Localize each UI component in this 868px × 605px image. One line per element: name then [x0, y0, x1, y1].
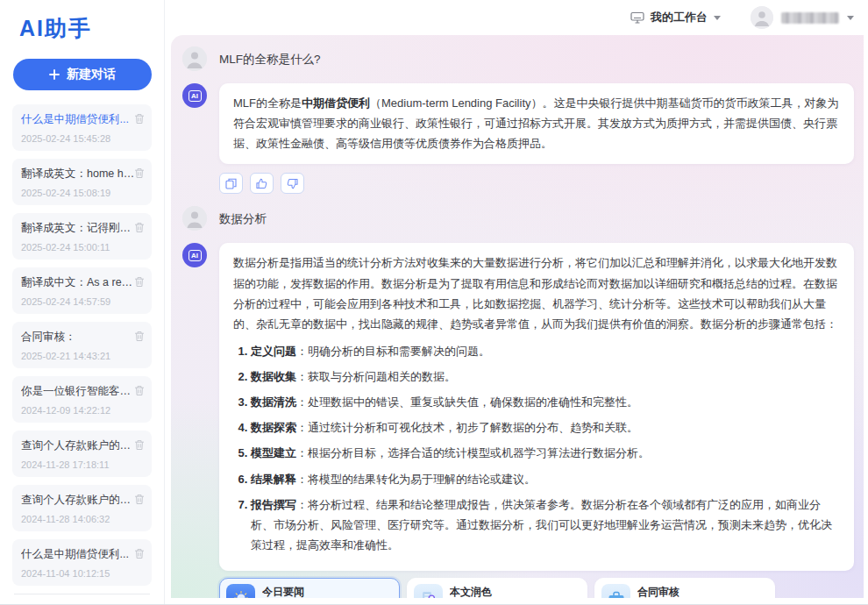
- message-actions: [219, 173, 854, 194]
- card-contract-review[interactable]: 合同审核您可以上传文件，我会有效地进行合同审核，确保合同满足您的业务需求。: [594, 578, 775, 598]
- delete-icon[interactable]: [134, 221, 145, 237]
- history-time: 2025-02-24 14:57:59: [21, 296, 143, 307]
- step-term: 数据收集: [251, 370, 296, 383]
- card-text-polish[interactable]: 本文润色我会帮助您进行您输入的文本润色，提高文本的流畅度和表达效果。: [407, 578, 587, 598]
- ai-avatar-icon: AI: [182, 243, 207, 267]
- username-redacted: [781, 12, 839, 24]
- delete-icon[interactable]: [134, 112, 145, 128]
- step-desc: ：将分析过程、结果和结论整理成报告，供决策者参考。数据分析在各个领域都有广泛的应…: [251, 498, 832, 552]
- ai-message: AI MLF的全称是中期借贷便利（Medium-term Lending Fac…: [182, 83, 854, 164]
- step-item: 数据探索：通过统计分析和可视化技术，初步了解数据的分布、趋势和关联。: [251, 417, 840, 438]
- history-time: 2025-02-24 15:45:28: [21, 133, 143, 144]
- card-title: 今日要闻: [262, 585, 391, 598]
- sidebar-divider: [14, 594, 150, 594]
- thumbs-down-icon: [287, 178, 298, 189]
- history-time: 2024-12-09 14:22:12: [21, 405, 143, 416]
- history-title: 合同审核：: [21, 330, 135, 345]
- history-title: 翻译成英文：记得刚开始...: [21, 221, 135, 236]
- delete-icon[interactable]: [134, 547, 145, 563]
- history-title: 翻译成英文：home home: [21, 167, 135, 182]
- card-today-news[interactable]: 今日要闻您可以问我，例如：今日要闻，我会尽力提供准确和可靠的答案。: [219, 578, 400, 598]
- avatar: [751, 6, 773, 29]
- delete-icon[interactable]: [134, 167, 145, 182]
- step-item: 定义问题：明确分析的目标和需要解决的问题。: [251, 341, 840, 361]
- copy-button[interactable]: [219, 173, 243, 194]
- step-desc: ：获取与分析问题相关的数据。: [296, 370, 456, 383]
- delete-icon[interactable]: [134, 384, 145, 400]
- history-time: 2024-11-28 14:06:32: [21, 514, 143, 524]
- ai-answer-bubble: MLF的全称是中期借贷便利（Medium-term Lending Facili…: [219, 83, 854, 164]
- document-search-icon: [414, 584, 443, 598]
- step-item: 模型建立：根据分析目标，选择合适的统计模型或机器学习算法进行数据分析。: [251, 443, 840, 463]
- history-item[interactable]: 翻译成英文：home home 2025-02-24 15:08:19: [12, 159, 152, 205]
- new-chat-label: 新建对话: [67, 67, 116, 82]
- history-title: 查询个人存款账户的最新...: [21, 493, 135, 508]
- delete-icon[interactable]: [134, 275, 145, 291]
- history-item[interactable]: 合同审核： 2025-02-21 14:43:21: [12, 322, 152, 368]
- history-time: 2025-02-24 15:08:19: [21, 188, 143, 198]
- history-item[interactable]: 什么是中期借贷便利... 2024-11-04 10:12:15: [12, 539, 152, 586]
- user-avatar-icon: [182, 46, 207, 71]
- workspace-menu[interactable]: 我的工作台: [630, 10, 721, 25]
- ai-message: AI 数据分析是指用适当的统计分析方法对收集来的大量数据进行分析，将它们加以汇总…: [182, 243, 854, 571]
- user-question: MLF的全称是什么?: [219, 46, 321, 68]
- history-title: 你是一位银行智能客服，...: [21, 384, 135, 399]
- sidebar: AI助手 新建对话 什么是中期借贷便利... 2025-02-24 15:45:…: [0, 0, 165, 604]
- step-desc: ：将模型的结果转化为易于理解的结论或建议。: [296, 473, 536, 486]
- history-item[interactable]: 查询个人存款账户的最新... 2024-11-28 14:06:32: [12, 485, 152, 531]
- user-avatar-icon: [182, 206, 207, 231]
- workspace-label: 我的工作台: [651, 10, 708, 25]
- user-question: 数据分析: [219, 206, 267, 227]
- user-message: MLF的全称是什么?: [182, 46, 854, 71]
- card-title: 本文润色: [450, 585, 579, 598]
- thumbs-up-button[interactable]: [250, 173, 274, 194]
- step-term: 数据探索: [251, 421, 296, 434]
- step-term: 模型建立: [251, 446, 296, 459]
- step-desc: ：处理数据中的错误、重复或缺失值，确保数据的准确性和完整性。: [296, 395, 638, 409]
- step-term: 数据清洗: [251, 395, 296, 409]
- ai-answer-bubble: 数据分析是指用适当的统计分析方法对收集来的大量数据进行分析，将它们加以汇总和理解…: [219, 243, 854, 571]
- history-item[interactable]: 翻译成中文：As a reader... 2025-02-24 14:57:59: [12, 267, 152, 314]
- app-window: AI助手 新建对话 什么是中期借贷便利... 2025-02-24 15:45:…: [0, 0, 868, 605]
- lightbulb-icon: [226, 584, 255, 598]
- step-desc: ：明确分析的目标和需要解决的问题。: [296, 345, 490, 358]
- history-title: 查询个人存款账户的最新...: [21, 438, 135, 453]
- history-item[interactable]: 什么是中期借贷便利... 2025-02-24 15:45:28: [12, 104, 152, 151]
- user-menu[interactable]: [751, 6, 854, 29]
- history-title: 什么是中期借贷便利...: [21, 547, 135, 562]
- step-desc: ：通过统计分析和可视化技术，初步了解数据的分布、趋势和关联。: [296, 421, 638, 434]
- history-time: 2024-11-04 10:12:15: [21, 568, 143, 579]
- history-item[interactable]: 翻译成英文：记得刚开始... 2025-02-24 15:00:11: [12, 213, 152, 260]
- quick-cards-grid: 今日要闻您可以问我，例如：今日要闻，我会尽力提供准确和可靠的答案。 本文润色我会…: [219, 578, 775, 598]
- thumbs-up-icon: [256, 178, 267, 189]
- user-message: 数据分析: [182, 206, 854, 231]
- step-item: 报告撰写：将分析过程、结果和结论整理成报告，供决策者参考。数据分析在各个领域都有…: [251, 495, 840, 555]
- delete-icon[interactable]: [134, 493, 145, 509]
- step-term: 定义问题: [251, 345, 296, 358]
- ai-avatar-label: AI: [189, 250, 202, 261]
- quick-cards-area: 今日要闻您可以问我，例如：今日要闻，我会尽力提供准确和可靠的答案。 本文润色我会…: [219, 578, 854, 598]
- answer-text: MLF的全称是: [233, 96, 302, 110]
- plus-icon: [49, 69, 60, 80]
- step-term: 结果解释: [251, 473, 296, 486]
- app-logo: AI助手: [19, 14, 152, 43]
- history-time: 2025-02-24 15:00:11: [21, 242, 143, 253]
- chat-area: MLF的全称是什么? AI MLF的全称是中期借贷便利（Medium-term …: [171, 35, 864, 598]
- chevron-down-icon: [847, 16, 854, 20]
- step-desc: ：根据分析目标，选择合适的统计模型或机器学习算法进行数据分析。: [296, 446, 650, 459]
- ai-avatar-label: AI: [189, 90, 202, 102]
- history-time: 2024-11-28 17:18:11: [21, 459, 143, 470]
- history-item[interactable]: 查询个人存款账户的最新... 2024-11-28 17:18:11: [12, 431, 152, 477]
- copy-icon: [225, 178, 237, 189]
- new-chat-button[interactable]: 新建对话: [13, 59, 152, 90]
- delete-icon[interactable]: [134, 438, 145, 454]
- ai-avatar-icon: AI: [182, 83, 207, 108]
- step-item: 数据清洗：处理数据中的错误、重复或缺失值，确保数据的准确性和完整性。: [251, 392, 840, 412]
- step-item: 结果解释：将模型的结果转化为易于理解的结论或建议。: [251, 469, 840, 489]
- chevron-down-icon: [714, 16, 721, 20]
- thumbs-down-button[interactable]: [281, 173, 304, 194]
- history-title: 翻译成中文：As a reader...: [21, 275, 135, 290]
- delete-icon[interactable]: [134, 330, 145, 345]
- answer-bold: 中期借贷便利: [302, 96, 370, 110]
- history-item[interactable]: 你是一位银行智能客服，... 2024-12-09 14:22:12: [12, 376, 152, 423]
